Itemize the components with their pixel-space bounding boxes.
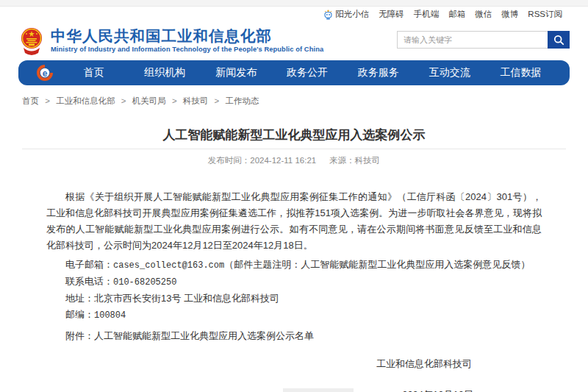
- cutoff-next-section-artifact: [283, 388, 354, 392]
- svg-text:e: e: [43, 68, 48, 79]
- main-nav: e 首页 组织机构 新闻发布 政务公开 政务服务 互动交流 工信数据: [18, 60, 570, 85]
- source-value: 科技司: [355, 156, 381, 165]
- article-title: 人工智能赋能新型工业化典型应用入选案例公示: [0, 126, 588, 144]
- phone-number: 010-68205250: [113, 277, 176, 288]
- topbar-link-mobile[interactable]: 手机端: [414, 9, 440, 20]
- nav-item-interaction[interactable]: 互动交流: [414, 66, 485, 79]
- breadcrumb-separator: >: [215, 96, 220, 105]
- attachment-link[interactable]: 人工智能赋能新型工业化典型应用入选案例公示名单: [94, 330, 314, 341]
- breadcrumb-home[interactable]: 首页: [22, 96, 39, 105]
- email-note: （邮件主题注明：人工智能赋能新型工业化典型应用入选案例意见反馈）: [224, 259, 530, 270]
- postcode-label: 邮编：: [65, 309, 94, 320]
- contact-block: 电子邮箱：cases_collect@163.com（邮件主题注明：人工智能赋能…: [65, 257, 542, 324]
- mascot-robot-icon: [323, 10, 333, 20]
- miit-logo-icon[interactable]: e: [36, 64, 54, 82]
- breadcrumb-miit[interactable]: 工业和信息化部: [56, 96, 115, 105]
- nav-items: 首页 组织机构 新闻发布 政务公开 政务服务 互动交流 工信数据: [58, 66, 556, 79]
- topbar-links: 阳光小信 无障碍 手机端 邮箱 微信 微博 RSS订阅: [323, 9, 562, 20]
- publish-time: 2024-12-11 16:21: [250, 156, 316, 165]
- search-button[interactable]: [548, 31, 570, 49]
- address-label: 地址：: [65, 293, 94, 304]
- nav-item-news[interactable]: 新闻发布: [201, 66, 272, 79]
- breadcrumb-separator: >: [172, 96, 177, 105]
- topbar: 阳光小信 无障碍 手机端 邮箱 微信 微博 RSS订阅: [0, 7, 588, 22]
- title-divider: [22, 149, 566, 149]
- breadcrumb-separator: >: [45, 96, 50, 105]
- topbar-link-wechat[interactable]: 微信: [475, 9, 492, 20]
- contact-postcode-line: 邮编：100804: [65, 307, 542, 324]
- breadcrumb-current: 工作动态: [226, 96, 259, 105]
- contact-email-line: 电子邮箱：cases_collect@163.com（邮件主题注明：人工智能赋能…: [65, 257, 542, 274]
- topbar-link-mail[interactable]: 邮箱: [448, 9, 465, 20]
- phone-label: 联系电话：: [65, 276, 113, 287]
- site-brand[interactable]: 中华人民共和国工业和信息化部 Ministry of Industry and …: [20, 23, 323, 57]
- attachment-label: 附件：: [65, 330, 94, 341]
- source-label: 来源：: [329, 156, 355, 165]
- search-input[interactable]: [397, 31, 548, 49]
- site-titles: 中华人民共和国工业和信息化部 Ministry of Industry and …: [51, 27, 323, 53]
- topbar-link-label: 阳光小信: [335, 9, 369, 20]
- contact-address-line: 地址：北京市西长安街13号 工业和信息化部科技司: [65, 291, 542, 307]
- site-subtitle: Ministry of Industry and Information Tec…: [51, 46, 323, 53]
- breadcrumb-science-tech-dept[interactable]: 科技司: [183, 96, 209, 105]
- search-icon: [553, 35, 564, 46]
- postcode-value: 100804: [94, 310, 126, 321]
- nav-item-organization[interactable]: 组织机构: [129, 66, 201, 79]
- topbar-link-assistant[interactable]: 阳光小信: [323, 9, 369, 20]
- article: 人工智能赋能新型工业化典型应用入选案例公示 发布时间：2024-12-11 16…: [0, 126, 588, 392]
- search-box: [397, 31, 570, 49]
- nav-item-gov-services[interactable]: 政务服务: [343, 66, 414, 79]
- breadcrumb: 首页 > 工业和信息化部 > 机关司局 > 科技司 > 工作动态: [0, 85, 588, 107]
- nav-item-home[interactable]: 首页: [58, 66, 129, 79]
- nav-item-data[interactable]: 工信数据: [485, 66, 556, 79]
- article-body: 根据《关于组织开展人工智能赋能新型工业化典型应用案例征集工作的通知》（工信厅科函…: [0, 189, 588, 392]
- top-strip: [0, 0, 588, 7]
- contact-phone-line: 联系电话：010-68205250: [65, 274, 542, 291]
- publish-time-label: 发布时间：: [208, 156, 251, 165]
- nav-item-gov-disclosure[interactable]: 政务公开: [272, 66, 343, 79]
- breadcrumb-separator: >: [121, 96, 126, 105]
- address-value: 北京市西长安街13号 工业和信息化部科技司: [94, 293, 279, 304]
- article-meta: 发布时间：2024-12-11 16:21来源：科技司: [0, 155, 588, 167]
- attachment-line: 附件：人工智能赋能新型工业化典型应用入选案例公示名单: [65, 328, 542, 344]
- email-address: cases_collect@163.com: [113, 260, 224, 271]
- breadcrumb-departments[interactable]: 机关司局: [132, 96, 166, 105]
- article-paragraph: 根据《关于组织开展人工智能赋能新型工业化典型应用案例征集工作的通知》（工信厅科函…: [46, 189, 542, 254]
- signature: 工业和信息化部科技司: [46, 356, 542, 372]
- site-title: 中华人民共和国工业和信息化部: [51, 27, 323, 45]
- topbar-link-accessibility[interactable]: 无障碍: [379, 9, 404, 20]
- site-header: 中华人民共和国工业和信息化部 Ministry of Industry and …: [0, 22, 588, 57]
- email-label: 电子邮箱：: [65, 259, 113, 270]
- topbar-link-rss[interactable]: RSS订阅: [528, 9, 562, 20]
- national-emblem-icon: [20, 27, 43, 57]
- topbar-link-weibo[interactable]: 微博: [501, 9, 518, 20]
